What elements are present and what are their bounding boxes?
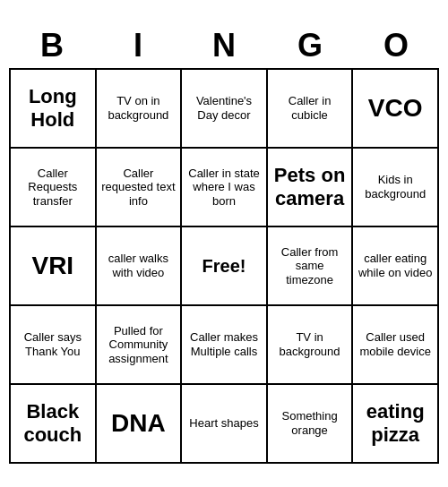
cell-7[interactable]: Caller in state where I was born — [182, 149, 268, 227]
cell-17[interactable]: Caller makes Multiple calls — [182, 306, 268, 385]
cell-11[interactable]: caller walks with video — [97, 227, 183, 306]
cell-4[interactable]: VCO — [353, 70, 439, 149]
cell-6[interactable]: Caller requested text info — [97, 149, 183, 227]
cell-3[interactable]: Caller in cubicle — [268, 70, 354, 149]
cell-0[interactable]: Long Hold — [11, 70, 97, 149]
cell-15[interactable]: Caller says Thank You — [11, 306, 97, 385]
bingo-card: B I N G O Long Hold TV on in background … — [9, 23, 439, 464]
cell-5[interactable]: Caller Requests transfer — [11, 149, 97, 227]
cell-24[interactable]: eating pizza — [353, 385, 439, 464]
header-letter-n: N — [185, 27, 263, 64]
cell-9[interactable]: Kids in background — [353, 149, 439, 227]
cell-2[interactable]: Valentine's Day decor — [182, 70, 268, 149]
cell-13[interactable]: Caller from same timezone — [268, 227, 354, 306]
cell-10[interactable]: VRI — [11, 227, 97, 306]
header-letter-b: B — [13, 27, 91, 64]
cell-21[interactable]: DNA — [97, 385, 183, 464]
header-letter-i: I — [99, 27, 177, 64]
cell-18[interactable]: TV in background — [268, 306, 354, 385]
cell-16[interactable]: Pulled for Community assignment — [97, 306, 183, 385]
cell-20[interactable]: Black couch — [11, 385, 97, 464]
bingo-header: B I N G O — [9, 23, 439, 68]
cell-22[interactable]: Heart shapes — [182, 385, 268, 464]
cell-14[interactable]: caller eating while on video — [353, 227, 439, 306]
header-letter-o: O — [357, 27, 435, 64]
header-letter-g: G — [271, 27, 349, 64]
cell-19[interactable]: Caller used mobile device — [353, 306, 439, 385]
cell-8[interactable]: Pets on camera — [268, 149, 354, 227]
cell-1[interactable]: TV on in background — [97, 70, 183, 149]
cell-12-free[interactable]: Free! — [182, 227, 268, 306]
bingo-grid: Long Hold TV on in background Valentine'… — [9, 68, 439, 464]
cell-23[interactable]: Something orange — [268, 385, 354, 464]
